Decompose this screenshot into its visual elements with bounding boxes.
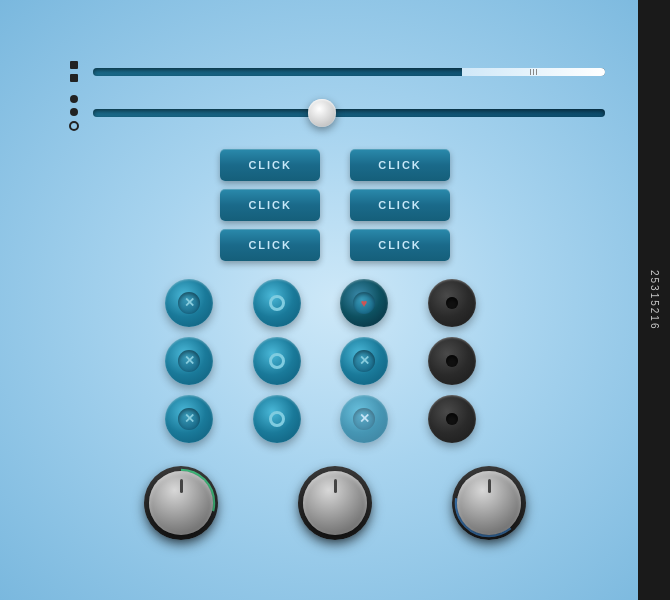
- slider-1-fill: [462, 68, 605, 76]
- dot-square-2: [70, 74, 78, 82]
- knob-indicator-3: [488, 479, 491, 493]
- knob-container-1: [144, 466, 218, 540]
- ctrl-btn-x-1[interactable]: ✕: [165, 279, 213, 327]
- dot-circle-2: [70, 108, 78, 116]
- button-group-left: CLiCK CLICK CLICK: [220, 149, 320, 261]
- button-group-right: CLICK CLICK CLICK: [350, 149, 450, 261]
- ctrl-btn-o-2[interactable]: [253, 337, 301, 385]
- dot-icon-2: [446, 355, 458, 367]
- dot-square-1: [70, 61, 78, 69]
- knobs-section: [144, 466, 526, 540]
- slider-row-2: [65, 95, 605, 131]
- ctrl-btn-dot-1[interactable]: [428, 279, 476, 327]
- ctrl-btn-o-3[interactable]: [253, 395, 301, 443]
- knob-3[interactable]: [457, 471, 521, 535]
- knob-outer-3[interactable]: [452, 466, 526, 540]
- dot-ring: [69, 121, 79, 131]
- click-button-4[interactable]: CLICK: [350, 149, 450, 181]
- slider-2-thumb[interactable]: [308, 99, 336, 127]
- x-icon-3: ✕: [353, 350, 375, 372]
- click-button-6[interactable]: CLICK: [350, 229, 450, 261]
- slider-2-container[interactable]: [93, 102, 605, 124]
- o-icon-3: [269, 411, 285, 427]
- click-button-2[interactable]: CLICK: [220, 189, 320, 221]
- dots-col-2: [65, 95, 83, 131]
- ctrl-btn-x-5[interactable]: ✕: [340, 395, 388, 443]
- slider-row-1: [65, 61, 605, 83]
- dots-col: [65, 61, 83, 82]
- slider-1-track: [93, 68, 605, 76]
- knob-container-3: [452, 466, 526, 540]
- knob-indicator-1: [180, 479, 183, 493]
- dot-icon-1: [446, 297, 458, 309]
- watermark: 25315216: [638, 0, 670, 600]
- slider-1-container[interactable]: [93, 61, 605, 83]
- knob-container-2: [298, 466, 372, 540]
- knob-1[interactable]: [149, 471, 213, 535]
- sliders-section: [45, 61, 625, 131]
- knob-outer-2[interactable]: [298, 466, 372, 540]
- click-button-5[interactable]: CLICK: [350, 189, 450, 221]
- knob-indicator-2: [334, 479, 337, 493]
- click-button-3[interactable]: CLICK: [220, 229, 320, 261]
- knob-outer-1[interactable]: [144, 466, 218, 540]
- ctrl-btn-dot-3[interactable]: [428, 395, 476, 443]
- dot-circle-1: [70, 95, 78, 103]
- click-button-1[interactable]: CLiCK: [220, 149, 320, 181]
- dot-icon-3: [446, 413, 458, 425]
- x-icon-5: ✕: [353, 408, 375, 430]
- o-icon-1: [269, 295, 285, 311]
- ctrl-btn-x-dark-1[interactable]: ♥: [340, 279, 388, 327]
- o-icon-2: [269, 353, 285, 369]
- ctrl-btn-x-4[interactable]: ✕: [165, 395, 213, 443]
- controls-grid: ✕ ♥ ✕ ✕ ✕ ✕: [165, 279, 505, 443]
- x-icon-4: ✕: [178, 408, 200, 430]
- knob-2[interactable]: [303, 471, 367, 535]
- ctrl-btn-x-3[interactable]: ✕: [340, 337, 388, 385]
- heart-icon-1: ♥: [353, 292, 375, 314]
- slider-fill-lines: [530, 69, 537, 75]
- ctrl-btn-o-1[interactable]: [253, 279, 301, 327]
- slider-2-track: [93, 109, 605, 117]
- ctrl-btn-dot-2[interactable]: [428, 337, 476, 385]
- buttons-section: CLiCK CLICK CLICK CLICK CLICK CLICK: [220, 149, 450, 261]
- x-icon-2: ✕: [178, 350, 200, 372]
- x-icon-1: ✕: [178, 292, 200, 314]
- ctrl-btn-x-2[interactable]: ✕: [165, 337, 213, 385]
- main-container: CLiCK CLICK CLICK CLICK CLICK CLICK ✕ ♥ …: [45, 61, 625, 540]
